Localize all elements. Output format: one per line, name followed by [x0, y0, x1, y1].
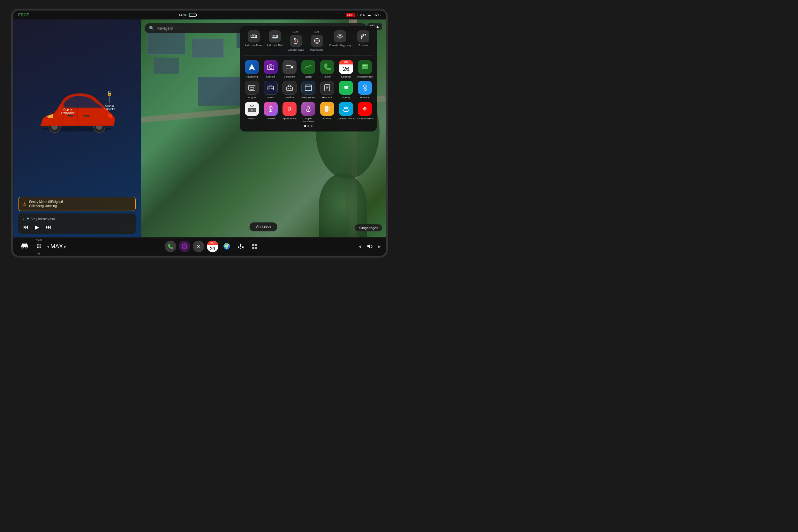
app-energi[interactable]: Energi — [299, 60, 317, 78]
prev-track-button[interactable]: ⏮ — [23, 224, 28, 230]
defrost-back-label: Avfrosta Bak — [267, 44, 283, 47]
defrost-front-control[interactable]: Avfrosta Fram — [245, 30, 262, 51]
media-source-label: Välj mediekälla — [31, 217, 55, 221]
arkad-icon — [264, 81, 278, 95]
svg-rect-30 — [250, 88, 254, 89]
steering-auto-badge: Auto — [314, 30, 319, 33]
app-radio[interactable]: Radio — [243, 102, 261, 123]
svg-rect-69 — [326, 109, 327, 110]
apps-grid: Navigering Kamera — [243, 60, 374, 123]
app-leklada[interactable]: Leklåda — [281, 81, 298, 99]
bluetooth-label: Bluetooth — [360, 96, 370, 99]
battery-icon — [189, 13, 196, 17]
svg-point-44 — [306, 86, 307, 86]
next-media-icon[interactable]: ▸ — [378, 243, 381, 250]
svg-rect-42 — [305, 85, 311, 91]
app-meddelanden[interactable]: Meddelanden — [356, 60, 374, 78]
phone-taskbar-button[interactable] — [165, 241, 176, 252]
app-youtube-music[interactable]: YouTube Music — [356, 102, 374, 123]
climate-fan-button[interactable] — [34, 242, 44, 252]
svg-rect-34 — [271, 88, 273, 89]
kalender-icon: MAJ 26 — [339, 60, 353, 74]
app-arkad[interactable]: Arkad — [262, 81, 279, 99]
steering-heat-label: Rattvärme — [310, 48, 324, 51]
app-webblasare[interactable]: Webbläsare — [299, 81, 317, 99]
grid-taskbar-button[interactable] — [249, 241, 261, 252]
car-icon-button[interactable] — [18, 241, 31, 252]
svg-rect-46 — [309, 86, 310, 86]
play-button[interactable]: ▶ — [35, 224, 39, 231]
handbok-icon — [320, 81, 334, 95]
svg-point-81 — [184, 246, 185, 247]
prev-media-icon[interactable]: ◂ — [359, 243, 361, 250]
app-apple-podcaster[interactable]: Apple Podcaster — [299, 102, 317, 123]
app-amazon-music[interactable]: Amazon Music — [337, 102, 355, 123]
bluetooth-symbol: ✱ — [26, 217, 30, 221]
amazon-music-label: Amazon Music — [338, 117, 354, 120]
volume-button[interactable] — [364, 241, 375, 252]
media-taskbar-button[interactable] — [179, 241, 190, 252]
app-apple-music[interactable]: Apple Music — [281, 102, 298, 123]
temperature: 16°C — [373, 13, 381, 17]
app-caraoke[interactable]: Caraoke — [262, 102, 279, 123]
energi-icon — [301, 60, 316, 74]
prev-temp-icon[interactable]: ◂ — [47, 244, 49, 249]
app-bilkamera[interactable]: Bilkamera — [281, 60, 298, 78]
svg-point-55 — [251, 110, 252, 111]
temp-control: ◂ MAX ▸ — [47, 243, 66, 250]
app-bluetooth[interactable]: Bluetooth — [356, 81, 374, 99]
app-kamera[interactable]: Kamera — [262, 60, 279, 78]
wipers-control[interactable]: Torkare — [355, 30, 372, 51]
defrost-front-label: Avfrosta Fram — [245, 44, 262, 47]
steering-heat-icon — [311, 35, 323, 47]
search-icon: 🔍 — [149, 26, 154, 31]
svg-point-40 — [288, 88, 289, 89]
app-spotify[interactable]: Spotify — [337, 81, 355, 99]
climate-control[interactable]: Klimatanläggning — [329, 30, 351, 51]
steering-heat-control[interactable]: Auto Rattvärme — [308, 30, 326, 51]
next-track-button[interactable]: ⏭ — [46, 224, 51, 230]
svg-point-32 — [268, 88, 270, 89]
svg-rect-68 — [326, 108, 327, 109]
app-telefon[interactable]: Telefon — [319, 60, 336, 78]
svg-rect-22 — [267, 65, 274, 70]
apple-music-label: Apple Music — [283, 117, 297, 120]
app-navigering[interactable]: Navigering — [243, 60, 261, 78]
globe-taskbar-button[interactable]: 🌍 — [221, 241, 232, 252]
dot-3 — [310, 125, 312, 127]
meddelanden-icon — [358, 60, 372, 74]
audible-label: Audible — [323, 117, 331, 120]
svg-rect-56 — [254, 109, 255, 110]
temp-value: MAX — [51, 243, 63, 250]
warning-icon: ⚠ — [22, 202, 26, 207]
trunk-label: ÖppnaBaklucka — [103, 104, 115, 111]
calendar-taskbar-button[interactable]: MAJ 26 — [207, 241, 218, 252]
app-handbok[interactable]: Handbok — [319, 81, 336, 99]
status-bar: EDGE 14 % SOS 13:07 ☁ 16°C — [13, 11, 386, 19]
svg-point-61 — [270, 107, 271, 109]
biograf-label: Biograf — [248, 96, 256, 99]
close-taskbar-button[interactable]: ✕ — [193, 241, 204, 252]
joystick-taskbar-button[interactable]: 🕹 — [235, 241, 246, 252]
sentry-subtext: Otillräcklig laddning — [29, 204, 65, 208]
customize-button[interactable]: Anpassa — [250, 223, 278, 231]
wipers-label: Torkare — [359, 44, 368, 47]
app-kalender[interactable]: MAJ 26 Kalender — [337, 60, 355, 78]
search-input[interactable]: Navigera — [157, 26, 173, 31]
defrost-back-control[interactable]: Avfrosta Bak — [266, 30, 284, 51]
audible-icon — [320, 102, 334, 116]
app-audible[interactable]: Audible — [319, 102, 336, 123]
svg-rect-84 — [252, 247, 254, 249]
caraoke-label: Caraoke — [266, 117, 276, 120]
svg-point-21 — [361, 38, 362, 39]
next-temp-icon[interactable]: ▸ — [64, 244, 66, 249]
app-biograf[interactable]: Biograf — [243, 81, 261, 99]
arkad-label: Arkad — [267, 96, 274, 99]
page-indicator — [243, 125, 374, 127]
navigering-label: Navigering — [245, 75, 258, 78]
svg-rect-8 — [68, 115, 74, 116]
seat-heat-control[interactable]: Auto Vänster Säte — [287, 30, 305, 51]
bluetooth-icon — [358, 81, 372, 95]
svg-rect-47 — [325, 84, 330, 91]
energi-label: Energi — [305, 75, 312, 78]
